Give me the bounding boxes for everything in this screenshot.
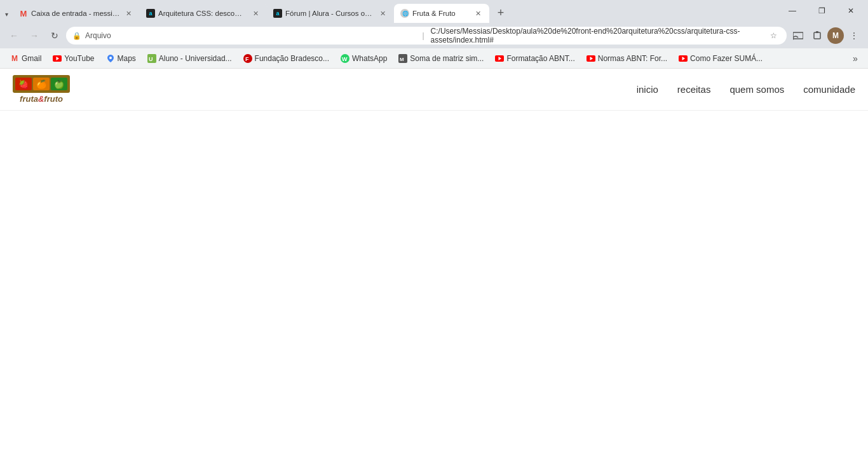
- tab-dropdown[interactable]: ▾: [0, 5, 13, 23]
- bookmark-aluno[interactable]: U Aluno - Universidad...: [142, 52, 237, 65]
- bookmark-label-como-fazer: Como Fazer SUMÁ...: [690, 54, 763, 63]
- bookmark-label-youtube: YouTube: [64, 54, 94, 63]
- svg-text:W: W: [342, 56, 348, 62]
- address-protocol: Arquivo: [85, 31, 417, 40]
- normas-bookmark-icon: [587, 54, 595, 63]
- bookmarks-bar: M Gmail YouTube Maps U: [0, 48, 868, 69]
- bookmark-label-maps: Maps: [118, 54, 136, 63]
- cast-button[interactable]: [789, 27, 807, 45]
- address-actions: ☆: [766, 29, 780, 43]
- window-controls: — ❐ ✕: [778, 1, 868, 23]
- fundacao-bookmark-icon: F: [243, 54, 252, 63]
- tab-close-gmail[interactable]: ✕: [123, 8, 133, 18]
- nav-inicio[interactable]: inicio: [637, 84, 658, 95]
- minimize-button[interactable]: —: [778, 1, 807, 20]
- menu-button[interactable]: ⋮: [845, 27, 863, 45]
- bookmark-soma[interactable]: M Soma de matriz sim...: [393, 52, 489, 65]
- bookmark-youtube[interactable]: YouTube: [48, 52, 99, 65]
- bookmark-normas[interactable]: Normas ABNT: For...: [581, 52, 672, 65]
- svg-rect-2: [793, 32, 803, 39]
- gmail-bookmark-icon: M: [10, 54, 19, 63]
- chrome-window: ▾ M Caixa de entrada - messias.varel... …: [0, 0, 868, 463]
- bookmark-label-normas: Normas ABNT: For...: [598, 54, 667, 63]
- page-body: [0, 111, 868, 460]
- tab-bar: ▾ M Caixa de entrada - messias.varel... …: [0, 0, 868, 23]
- site-logo[interactable]: 🍓 🍊 🍏 fruta&fruto: [13, 75, 70, 104]
- svg-point-8: [109, 57, 112, 59]
- alura-favicon-1: a: [146, 9, 155, 18]
- bookmarks-more-button[interactable]: »: [848, 51, 863, 66]
- bookmark-label-soma: Soma de matriz sim...: [410, 54, 484, 63]
- svg-text:🌐: 🌐: [402, 10, 409, 17]
- logo-text: fruta&fruto: [20, 94, 63, 104]
- svg-text:U: U: [149, 56, 153, 62]
- site-nav: inicio receitas quem somos comunidade: [637, 84, 855, 95]
- new-tab-button[interactable]: +: [492, 4, 510, 22]
- bookmark-maps[interactable]: Maps: [101, 52, 141, 65]
- svg-point-3: [793, 38, 794, 40]
- address-lock-icon: 🔒: [72, 32, 81, 40]
- site-header: 🍓 🍊 🍏 fruta&fruto: [0, 69, 868, 111]
- bookmark-label-aluno: Aluno - Universidad...: [159, 54, 232, 63]
- logo-text-fruta: fruta: [20, 94, 38, 104]
- address-bar[interactable]: 🔒 Arquivo | C:/Users/Messias/Desktop/aul…: [66, 27, 787, 45]
- address-url: C:/Users/Messias/Desktop/aula%20de%20fro…: [431, 27, 763, 45]
- tab-label-fruta: Fruta & Fruto: [412, 10, 470, 17]
- gmail-favicon: M: [19, 9, 28, 18]
- tab-label-forum: Fórum | Alura - Cursos online de: [285, 10, 374, 17]
- address-separator: |: [422, 31, 424, 40]
- svg-text:F: F: [245, 56, 249, 62]
- como-fazer-bookmark-icon: [679, 54, 688, 63]
- tab-gmail[interactable]: M Caixa de entrada - messias.varel... ✕: [13, 4, 140, 23]
- tab-close-alura-css[interactable]: ✕: [250, 8, 261, 18]
- address-bar-row: ← → ↻ 🔒 Arquivo | C:/Users/Messias/Deskt…: [0, 23, 868, 48]
- logo-ampersand: &: [38, 94, 44, 104]
- tab-fruta-fruto[interactable]: 🌐 Fruta & Fruto ✕: [394, 4, 489, 23]
- back-button[interactable]: ←: [5, 27, 23, 45]
- bookmark-fundacao[interactable]: F Fundação Bradesco...: [238, 52, 334, 65]
- bookmark-label-gmail: Gmail: [22, 54, 41, 63]
- browser-extension-button[interactable]: [808, 27, 826, 45]
- bookmark-star-button[interactable]: ☆: [766, 29, 780, 43]
- aluno-bookmark-icon: U: [147, 54, 156, 63]
- bookmark-label-whatsapp: WhatsApp: [352, 54, 387, 63]
- svg-rect-5: [816, 31, 818, 33]
- tab-close-fruta[interactable]: ✕: [473, 8, 483, 18]
- whatsapp-bookmark-icon: W: [341, 54, 349, 63]
- close-button[interactable]: ✕: [836, 1, 865, 20]
- bookmark-label-formatacao: Formatação ABNT...: [506, 54, 574, 63]
- tab-close-forum[interactable]: ✕: [377, 8, 388, 18]
- maps-bookmark-icon: [106, 54, 115, 63]
- bookmark-label-fundacao: Fundação Bradesco...: [255, 54, 329, 63]
- tab-label-gmail: Caixa de entrada - messias.varel...: [31, 10, 120, 17]
- svg-text:M: M: [400, 57, 404, 62]
- logo-text-fruto: fruto: [44, 94, 63, 104]
- profile-button[interactable]: M: [827, 27, 844, 44]
- tab-label-alura-css: Arquitetura CSS: descomplicand...: [158, 10, 247, 17]
- alura-favicon-2: a: [273, 9, 282, 18]
- nav-quem-somos[interactable]: quem somos: [729, 84, 784, 95]
- maximize-button[interactable]: ❐: [807, 1, 836, 20]
- forward-button[interactable]: →: [25, 27, 43, 45]
- toolbar-extras: M ⋮: [789, 27, 863, 45]
- formatacao-bookmark-icon: [495, 54, 504, 63]
- fruta-favicon: 🌐: [400, 9, 409, 18]
- page-content: 🍓 🍊 🍏 fruta&fruto: [0, 69, 868, 463]
- reload-button[interactable]: ↻: [46, 27, 64, 45]
- tab-alura-css[interactable]: a Arquitetura CSS: descomplicand... ✕: [140, 4, 267, 23]
- soma-bookmark-icon: M: [398, 54, 407, 63]
- svg-rect-4: [814, 32, 820, 39]
- bookmark-whatsapp[interactable]: W WhatsApp: [336, 52, 392, 65]
- bookmark-formatacao[interactable]: Formatação ABNT...: [490, 52, 580, 65]
- bookmark-como-fazer[interactable]: Como Fazer SUMÁ...: [674, 52, 768, 65]
- bookmark-gmail[interactable]: M Gmail: [5, 52, 46, 65]
- nav-comunidade[interactable]: comunidade: [803, 84, 855, 95]
- nav-receitas[interactable]: receitas: [677, 84, 711, 95]
- youtube-bookmark-icon: [53, 54, 62, 63]
- logo-fruits: 🍓 🍊 🍏: [13, 75, 70, 93]
- tab-forum-alura[interactable]: a Fórum | Alura - Cursos online de ✕: [267, 4, 394, 23]
